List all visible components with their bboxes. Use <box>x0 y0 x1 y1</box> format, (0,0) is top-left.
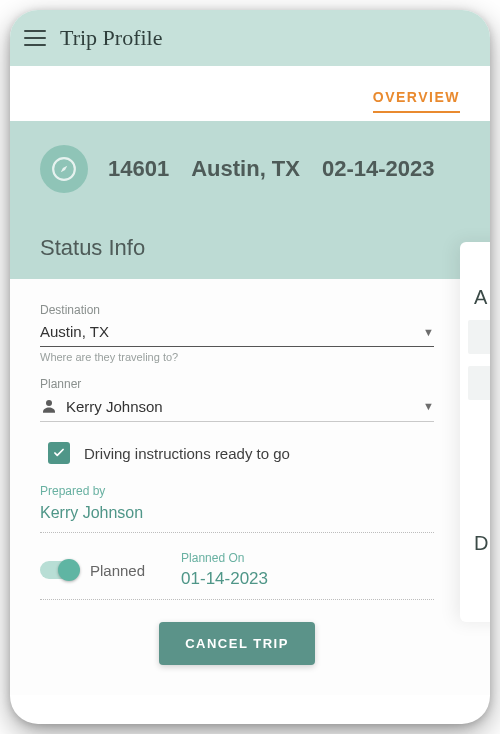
page-title: Trip Profile <box>60 25 162 51</box>
prepared-by-label: Prepared by <box>40 484 434 498</box>
side-panel: A D <box>460 242 490 622</box>
driving-ready-label: Driving instructions ready to go <box>84 445 290 462</box>
compass-icon <box>40 145 88 193</box>
svg-point-1 <box>46 400 52 406</box>
chevron-down-icon: ▼ <box>423 326 434 338</box>
planned-row: Planned Planned On 01-14-2023 <box>40 533 434 600</box>
planner-label: Planner <box>40 377 434 391</box>
trip-date-hero: 02-14-2023 <box>322 156 435 182</box>
hero-banner: 14601 Austin, TX 02-14-2023 Status Info <box>10 121 490 279</box>
status-section-title: Status Info <box>40 235 472 261</box>
planner-field: Planner Kerry Johnson ▼ <box>40 377 434 422</box>
top-bar: Trip Profile <box>10 10 490 66</box>
prepared-by-field: Prepared by Kerry Johnson <box>40 484 434 533</box>
side-placeholder <box>468 320 490 354</box>
menu-icon[interactable] <box>24 30 46 46</box>
planned-toggle-label: Planned <box>90 562 145 579</box>
planned-on-value: 01-14-2023 <box>181 569 268 589</box>
prepared-by-value: Kerry Johnson <box>40 504 434 522</box>
driving-ready-row[interactable]: Driving instructions ready to go <box>40 428 434 476</box>
side-placeholder <box>468 366 490 400</box>
side-letter-d: D <box>474 532 488 555</box>
destination-value: Austin, TX <box>40 323 423 340</box>
tab-bar: OVERVIEW <box>10 66 490 121</box>
tab-overview[interactable]: OVERVIEW <box>373 89 460 113</box>
destination-label: Destination <box>40 303 434 317</box>
person-icon <box>40 397 58 415</box>
trip-id: 14601 <box>108 156 169 182</box>
planner-value: Kerry Johnson <box>66 398 423 415</box>
destination-field: Destination Austin, TX ▼ Where are they … <box>40 303 434 363</box>
planned-toggle[interactable] <box>40 561 78 579</box>
checkbox-checked-icon[interactable] <box>48 442 70 464</box>
side-letter-a: A <box>474 286 487 309</box>
planner-select[interactable]: Kerry Johnson ▼ <box>40 393 434 422</box>
cancel-trip-button[interactable]: CANCEL TRIP <box>159 622 315 665</box>
destination-help: Where are they traveling to? <box>40 351 434 363</box>
trip-destination-hero: Austin, TX <box>191 156 300 182</box>
status-form: Destination Austin, TX ▼ Where are they … <box>10 279 490 695</box>
planned-on-label: Planned On <box>181 551 268 565</box>
chevron-down-icon: ▼ <box>423 400 434 412</box>
destination-select[interactable]: Austin, TX ▼ <box>40 319 434 347</box>
